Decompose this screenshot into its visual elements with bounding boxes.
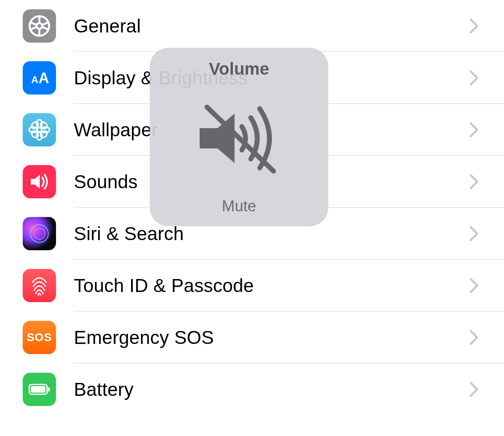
chevron-right-icon bbox=[469, 277, 479, 294]
chevron-right-icon bbox=[469, 329, 479, 346]
sos-icon: SOS bbox=[23, 321, 56, 354]
chevron-right-icon bbox=[469, 226, 479, 242]
svg-text:A: A bbox=[31, 74, 38, 85]
chevron-right-icon bbox=[469, 174, 479, 190]
settings-row-label: General bbox=[74, 15, 141, 37]
settings-row-label: Wallpaper bbox=[74, 119, 158, 141]
siri-icon bbox=[23, 217, 56, 250]
settings-row-label: Emergency SOS bbox=[74, 326, 214, 348]
chevron-right-icon bbox=[469, 70, 479, 86]
svg-line-4 bbox=[30, 22, 37, 25]
settings-row-battery[interactable]: Battery bbox=[0, 363, 504, 415]
chevron-right-icon bbox=[469, 122, 479, 138]
speaker-muted-icon bbox=[192, 79, 286, 198]
flower-icon bbox=[23, 113, 56, 146]
speaker-icon bbox=[23, 165, 56, 198]
volume-hud: Volume Mute bbox=[150, 48, 328, 226]
chevron-right-icon bbox=[469, 18, 479, 34]
settings-row-label: Touch ID & Passcode bbox=[74, 275, 254, 296]
svg-text:A: A bbox=[39, 70, 49, 86]
gear-icon bbox=[23, 9, 56, 43]
svg-line-7 bbox=[42, 22, 48, 25]
settings-row-sos[interactable]: SOS Emergency SOS bbox=[0, 311, 504, 363]
battery-icon bbox=[23, 373, 56, 406]
svg-point-20 bbox=[34, 228, 45, 239]
settings-row-label: Sounds bbox=[74, 171, 138, 193]
volume-hud-subtitle: Mute bbox=[222, 198, 256, 226]
settings-row-touchid[interactable]: Touch ID & Passcode bbox=[0, 260, 504, 311]
settings-row-label: Battery bbox=[74, 378, 134, 400]
chevron-right-icon bbox=[469, 381, 479, 397]
fingerprint-icon bbox=[23, 269, 56, 302]
volume-hud-title: Volume bbox=[209, 59, 269, 79]
svg-line-5 bbox=[42, 27, 48, 30]
svg-point-1 bbox=[37, 23, 42, 29]
text-size-icon: A A bbox=[23, 61, 56, 95]
svg-line-6 bbox=[30, 27, 37, 30]
svg-rect-22 bbox=[31, 386, 45, 393]
sos-text: SOS bbox=[27, 331, 52, 344]
svg-rect-23 bbox=[48, 387, 50, 391]
svg-point-19 bbox=[30, 225, 48, 243]
settings-row-general[interactable]: General bbox=[0, 0, 504, 52]
